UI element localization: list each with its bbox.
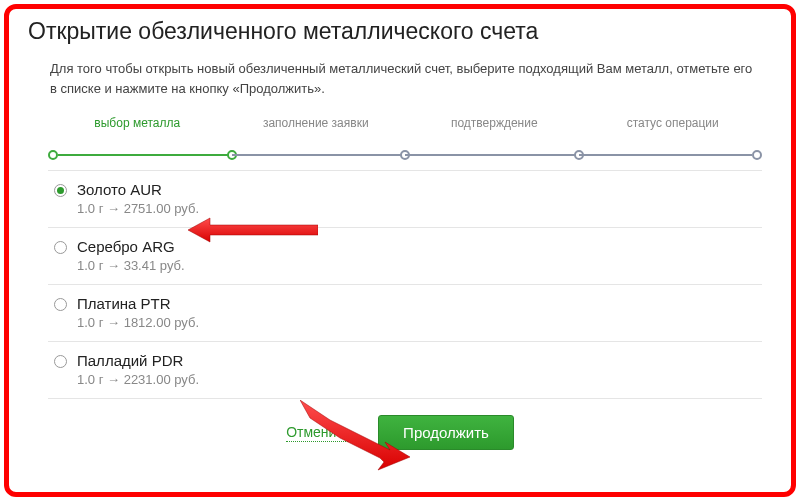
metal-option-aur[interactable]: Золото AUR 1.0 г → 2751.00 руб. <box>48 171 762 228</box>
cancel-link[interactable]: Отменить <box>286 424 350 442</box>
progress-stepper: выбор металла заполнение заявки подтверж… <box>28 116 772 136</box>
track-segment <box>405 154 579 156</box>
option-price: 1.0 г → 2231.00 руб. <box>77 372 199 387</box>
option-body: Платина PTR 1.0 г → 1812.00 руб. <box>77 295 758 331</box>
option-label: Платина PTR <box>77 295 171 312</box>
option-label: Золото AUR <box>77 181 162 198</box>
radio-icon <box>54 298 67 311</box>
radio-icon <box>54 355 67 368</box>
track-segment <box>58 154 232 156</box>
metal-option-arg[interactable]: Серебро ARG 1.0 г → 33.41 руб. <box>48 228 762 285</box>
step-confirm: подтверждение <box>405 116 584 136</box>
option-label: Серебро ARG <box>77 238 175 255</box>
stepper-track <box>28 150 772 160</box>
track-segment <box>232 154 406 156</box>
option-price: 1.0 г → 33.41 руб. <box>77 258 185 273</box>
option-price: 1.0 г → 2751.00 руб. <box>77 201 199 216</box>
step-dot-icon <box>48 150 58 160</box>
page-title: Открытие обезличенного металлического сч… <box>28 18 772 45</box>
step-status: статус операции <box>584 116 763 136</box>
page-container: Открытие обезличенного металлического сч… <box>0 0 800 468</box>
step-fill-form: заполнение заявки <box>227 116 406 136</box>
option-label: Палладий PDR <box>77 352 183 369</box>
action-bar: Отменить Продолжить <box>28 415 772 450</box>
option-body: Золото AUR 1.0 г → 2751.00 руб. <box>77 181 758 217</box>
metal-option-ptr[interactable]: Платина PTR 1.0 г → 1812.00 руб. <box>48 285 762 342</box>
option-price: 1.0 г → 1812.00 руб. <box>77 315 199 330</box>
metal-option-pdr[interactable]: Палладий PDR 1.0 г → 2231.00 руб. <box>48 342 762 399</box>
track-segment <box>579 154 753 156</box>
step-select-metal: выбор металла <box>48 116 227 136</box>
radio-icon <box>54 184 67 197</box>
step-dot-icon <box>752 150 762 160</box>
metal-options-list: Золото AUR 1.0 г → 2751.00 руб. Серебро … <box>48 170 762 399</box>
intro-text: Для того чтобы открыть новый обезличенны… <box>28 59 772 98</box>
radio-icon <box>54 241 67 254</box>
option-body: Серебро ARG 1.0 г → 33.41 руб. <box>77 238 758 274</box>
continue-button[interactable]: Продолжить <box>378 415 514 450</box>
option-body: Палладий PDR 1.0 г → 2231.00 руб. <box>77 352 758 388</box>
